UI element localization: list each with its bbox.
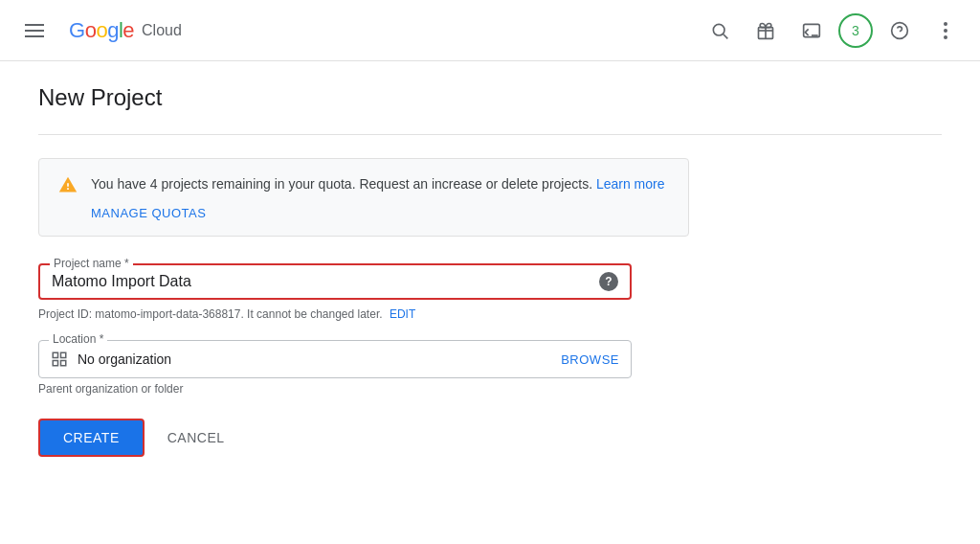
cancel-button[interactable]: CANCEL [160,420,233,455]
project-id-prefix: Project ID: [38,307,95,321]
google-cloud-logo: Google Cloud [69,18,182,43]
project-id-suffix: It cannot be changed later. [247,307,382,321]
location-field-container: Location * No organization BROWSE Parent… [38,340,942,396]
learn-more-link[interactable]: Learn more [596,176,665,192]
notification-count: 3 [852,23,859,38]
main-content: New Project You have 4 projects remainin… [0,61,980,480]
project-id-value: matomo-import-data-368817. [95,307,247,321]
project-name-help-icon[interactable]: ? [599,272,618,291]
notification-badge[interactable]: 3 [838,13,873,48]
browse-link[interactable]: BROWSE [561,352,619,367]
location-value: No organization [78,351,561,367]
svg-point-11 [944,35,947,39]
svg-rect-13 [61,352,66,357]
menu-button[interactable] [15,11,54,50]
help-question-mark: ? [605,275,612,288]
button-row: CREATE CANCEL [38,419,942,457]
quota-info-box: You have 4 projects remaining in your qu… [38,158,689,237]
project-id-edit-link[interactable]: EDIT [390,307,415,321]
more-button[interactable] [926,11,965,50]
google-wordmark: Google [69,18,134,43]
organization-icon [51,351,68,368]
project-name-wrapper: Project name * ? [38,263,632,300]
svg-rect-14 [53,361,57,366]
app-header: Google Cloud [0,0,980,61]
project-name-field: Project name * ? [38,263,632,300]
search-button[interactable] [701,11,739,50]
project-name-input[interactable] [52,273,618,290]
header-left: Google Cloud [15,11,182,50]
project-name-label: Project name * [50,257,133,270]
quota-info-text: You have 4 projects remaining in your qu… [91,174,665,194]
gift-icon [756,21,775,40]
svg-line-1 [724,34,728,38]
quota-info-row: You have 4 projects remaining in your qu… [58,174,669,194]
manage-quotas-link[interactable]: MANAGE QUOTAS [58,206,669,220]
page-title: New Project [38,84,942,111]
quota-warning-text: You have 4 projects remaining in your qu… [91,176,592,192]
location-hint: Parent organization or folder [38,382,942,396]
help-button[interactable] [880,11,919,50]
location-label: Location * [49,332,107,346]
svg-point-9 [944,22,947,26]
svg-rect-15 [61,361,66,366]
svg-point-10 [944,29,947,33]
help-icon [890,21,909,40]
create-button[interactable]: CREATE [38,419,145,457]
search-icon [710,21,729,40]
free-trial-button[interactable] [746,11,785,50]
project-id-text: Project ID: matomo-import-data-368817. I… [38,307,942,321]
cloud-shell-button[interactable] [792,11,831,50]
terminal-icon [802,21,821,40]
more-vertical-icon [944,21,947,40]
title-divider [38,134,942,135]
header-right: 3 [701,11,965,50]
cloud-wordmark: Cloud [142,22,182,39]
location-wrapper: Location * No organization BROWSE [38,340,632,378]
warning-icon [58,175,78,194]
svg-rect-12 [53,352,57,357]
hamburger-icon [17,16,52,45]
svg-point-0 [713,24,724,35]
